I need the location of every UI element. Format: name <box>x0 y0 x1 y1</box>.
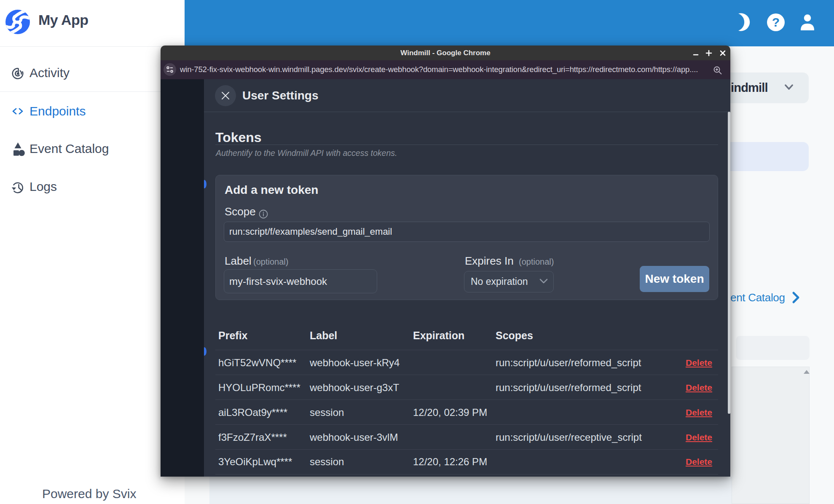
svg-text:?: ? <box>772 15 780 29</box>
